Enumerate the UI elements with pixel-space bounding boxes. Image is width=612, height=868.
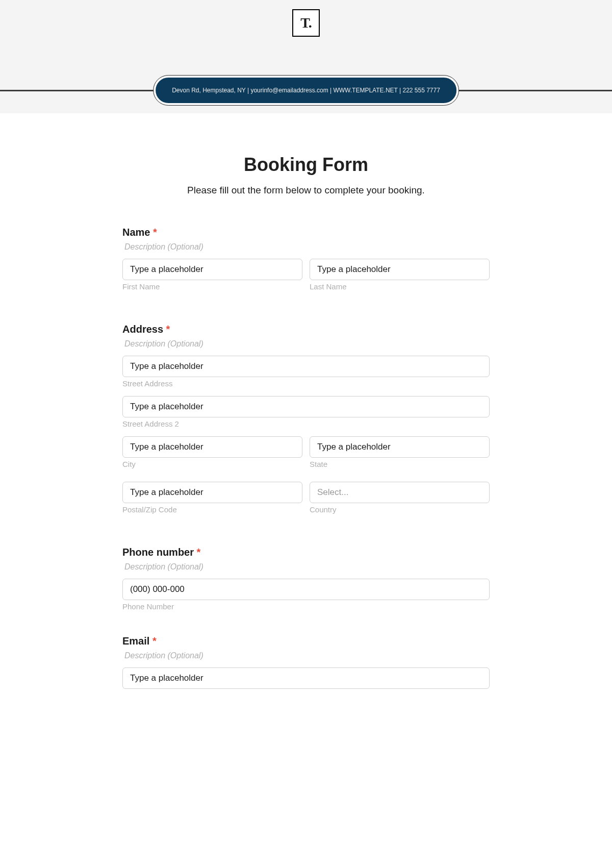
first-name-sublabel: First Name [122,282,302,291]
name-required-mark: * [153,227,157,238]
first-name-input[interactable] [122,259,302,280]
form-container: Booking Form Please fill out the form be… [97,113,515,734]
name-field-group: Name * Description (Optional) First Name… [122,227,490,299]
phone-field-group: Phone number * Description (Optional) Ph… [122,547,490,611]
email-required-mark: * [152,635,157,647]
email-label: Email * [122,635,490,647]
state-input[interactable] [310,436,490,458]
street-address-2-input[interactable] [122,396,490,417]
name-label-text: Name [122,227,150,238]
postal-code-input[interactable] [122,482,302,503]
street-address-sublabel: Street Address [122,379,490,388]
address-label-text: Address [122,324,163,335]
last-name-sublabel: Last Name [310,282,490,291]
email-description: Description (Optional) [124,651,490,660]
city-sublabel: City [122,460,302,468]
country-select[interactable]: Select... [310,482,490,503]
phone-number-input[interactable] [122,579,490,600]
form-subtitle: Please fill out the form below to comple… [122,185,490,196]
phone-description: Description (Optional) [124,562,490,572]
email-field-group: Email * Description (Optional) [122,635,490,689]
phone-required-mark: * [197,547,201,558]
address-field-group: Address * Description (Optional) Street … [122,324,490,522]
phone-number-sublabel: Phone Number [122,602,490,611]
city-input[interactable] [122,436,302,458]
name-label: Name * [122,227,490,238]
address-description: Description (Optional) [124,339,490,349]
postal-code-sublabel: Postal/Zip Code [122,505,302,514]
contact-pill: Devon Rd, Hempstead, NY | yourinfo@email… [155,77,457,104]
country-sublabel: Country [310,505,490,514]
form-title: Booking Form [122,154,490,176]
phone-label: Phone number * [122,547,490,558]
phone-label-text: Phone number [122,547,194,558]
contact-pill-container: Devon Rd, Hempstead, NY | yourinfo@email… [154,77,458,104]
logo-box: T. [292,9,320,37]
state-sublabel: State [310,460,490,468]
email-label-text: Email [122,635,149,647]
name-description: Description (Optional) [124,242,490,252]
country-select-placeholder: Select... [317,487,348,498]
last-name-input[interactable] [310,259,490,280]
street-address-2-sublabel: Street Address 2 [122,419,490,428]
address-label: Address * [122,324,490,335]
email-input[interactable] [122,667,490,689]
logo-text: T. [300,16,312,30]
header-area: T. Devon Rd, Hempstead, NY | yourinfo@em… [0,0,612,113]
address-required-mark: * [166,324,170,335]
street-address-input[interactable] [122,356,490,377]
